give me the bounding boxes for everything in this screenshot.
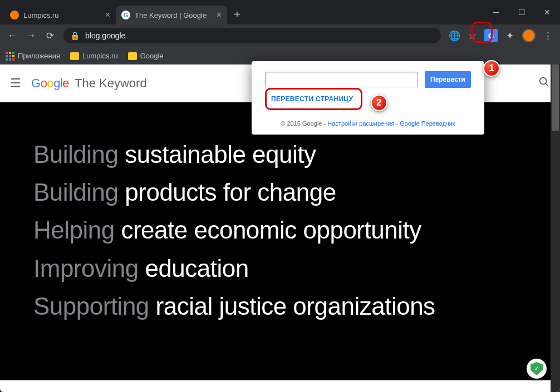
folder-icon — [70, 52, 79, 60]
translate-page-link[interactable]: ПЕРЕВЕСТИ СТРАНИЦУ — [269, 92, 355, 106]
copyright-text: © 2015 Google — [281, 120, 322, 127]
hero-line: Building sustainable equity — [33, 136, 527, 173]
forward-button[interactable]: → — [26, 30, 37, 41]
reload-button[interactable]: ⟳ — [45, 30, 56, 41]
bookmark-label: Lumpics.ru — [82, 52, 118, 60]
hero-line: Improving education — [33, 250, 527, 287]
close-button[interactable]: ✕ — [534, 0, 560, 24]
browser-window: Lumpics.ru × G The Keyword | Google × + … — [0, 0, 560, 392]
site-title: The Keyword — [75, 76, 147, 91]
extension-settings-link[interactable]: Настройки расширения — [327, 120, 394, 127]
favicon-google: G — [121, 11, 130, 19]
hero-section: Building sustainable equity Building pro… — [0, 102, 560, 380]
extensions-icon[interactable]: ✦ — [504, 30, 515, 41]
scrollbar-thumb[interactable] — [552, 64, 559, 131]
toolbar: ← → ⟳ 🔒 blog.google 🌐 ☆ G ✦ ⋮ — [0, 24, 560, 47]
address-bar[interactable]: 🔒 blog.google — [63, 28, 441, 43]
search-icon[interactable] — [538, 76, 550, 91]
titlebar: Lumpics.ru × G The Keyword | Google × + … — [0, 0, 560, 24]
google-translate-extension-icon[interactable]: G — [484, 29, 498, 42]
url-text: blog.google — [85, 31, 125, 40]
new-tab-button[interactable]: + — [227, 8, 247, 24]
tab-title: The Keyword | Google — [135, 11, 212, 19]
bookmark-lumpics[interactable]: Lumpics.ru — [70, 52, 118, 60]
window-controls: ─ ☐ ✕ — [483, 0, 560, 24]
tab-title: Lumpics.ru — [23, 11, 101, 19]
tab-lumpics[interactable]: Lumpics.ru × — [4, 6, 116, 24]
apps-shortcut[interactable]: Приложения — [6, 52, 60, 61]
star-icon[interactable]: ☆ — [466, 30, 478, 41]
shield-icon: ✓ — [530, 362, 543, 375]
hamburger-icon[interactable]: ☰ — [10, 76, 26, 91]
google-logo: Google — [31, 76, 69, 91]
translate-input[interactable] — [265, 72, 418, 87]
bookmark-label: Приложения — [18, 52, 60, 60]
maximize-button[interactable]: ☐ — [509, 0, 534, 24]
hero-line: Building products for change — [33, 173, 527, 211]
translate-icon[interactable]: 🌐 — [449, 30, 460, 41]
folder-icon — [128, 52, 137, 60]
annotation-highlight-translate-page: ПЕРЕВЕСТИ СТРАНИЦУ — [265, 88, 362, 110]
google-translate-link[interactable]: Google Переводчик — [400, 120, 455, 127]
back-button[interactable]: ← — [7, 30, 18, 41]
favicon-lumpics — [10, 11, 19, 19]
svg-line-1 — [546, 83, 548, 86]
close-icon[interactable]: × — [105, 11, 110, 19]
svg-point-0 — [540, 78, 547, 85]
annotation-badge-2: 2 — [371, 95, 387, 111]
translate-button[interactable]: Перевести — [425, 71, 471, 88]
profile-avatar[interactable] — [522, 29, 536, 42]
shield-badge[interactable]: ✓ — [527, 359, 547, 379]
bookmark-label: Google — [140, 52, 164, 60]
close-icon[interactable]: × — [217, 11, 222, 19]
translate-extension-popup: Перевести ПЕРЕВЕСТИ СТРАНИЦУ 2 © 2015 Go… — [252, 61, 484, 135]
extension-footer: © 2015 Google - Настройки расширения - G… — [265, 120, 471, 127]
lock-icon: 🔒 — [70, 31, 80, 40]
menu-icon[interactable]: ⋮ — [542, 30, 553, 41]
scrollbar[interactable] — [551, 64, 560, 392]
tab-keyword[interactable]: G The Keyword | Google × — [116, 6, 227, 24]
minimize-button[interactable]: ─ — [483, 0, 509, 24]
hero-line: Helping create economic opportunity — [33, 211, 527, 249]
hero-line: Supporting racial justice organizations — [33, 287, 527, 325]
apps-icon — [6, 52, 14, 61]
bookmark-google[interactable]: Google — [128, 52, 164, 60]
